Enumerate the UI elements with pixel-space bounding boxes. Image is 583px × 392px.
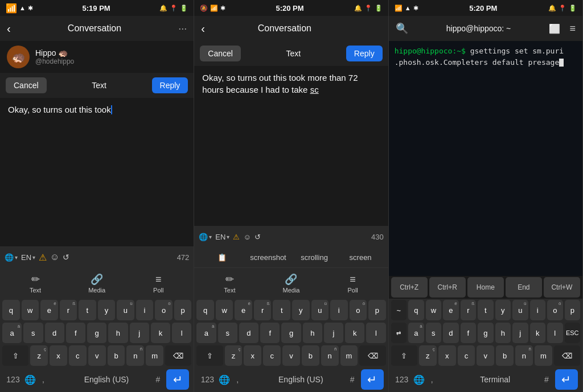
key-n-1[interactable]: nñ	[126, 345, 144, 366]
hash-key-1[interactable]: #	[149, 375, 166, 384]
search-icon-3[interactable]: 🔍	[396, 22, 408, 35]
enter-key-2[interactable]: ↵	[361, 369, 384, 390]
key-l-1[interactable]: l	[172, 323, 191, 343]
key-k-3[interactable]: k	[530, 323, 545, 343]
key-a-2[interactable]: aä	[196, 323, 216, 343]
media-icon-btn-2[interactable]: ↺	[254, 233, 261, 241]
text-button-2[interactable]: Text	[244, 49, 343, 58]
key-z-3[interactable]: zç	[419, 345, 437, 366]
backspace-key-2[interactable]: ⌫	[359, 345, 385, 366]
key-n-2[interactable]: nñ	[321, 345, 339, 366]
key-k-2[interactable]: k	[345, 323, 364, 343]
back-button-1[interactable]: ‹	[7, 22, 11, 35]
esc-key[interactable]: ESC	[565, 323, 580, 343]
home-key[interactable]: Home	[467, 277, 504, 298]
text-button-1[interactable]: Text	[50, 81, 149, 90]
warning-button-2[interactable]: ⚠	[233, 233, 240, 241]
key-c-2[interactable]: c	[263, 345, 281, 366]
key-z-2[interactable]: zç	[225, 345, 243, 366]
ctrl-w-key[interactable]: Ctrl+W	[544, 277, 580, 298]
key-q-3[interactable]: q	[408, 300, 424, 320]
lang-button-2[interactable]: EN ▾	[215, 233, 229, 241]
globe-bottom-3[interactable]: 🌐	[410, 374, 428, 385]
key-e-1[interactable]: eë	[40, 300, 58, 320]
key-x-1[interactable]: x	[50, 345, 67, 366]
key-d-1[interactable]: d	[45, 323, 64, 343]
menu-icon-3[interactable]: ≡	[569, 23, 576, 35]
key-y-1[interactable]: y	[98, 300, 116, 320]
key-o-1[interactable]: oö	[155, 300, 173, 320]
swipe-item-scrolling[interactable]: scrolling	[291, 250, 337, 265]
hash-key-2[interactable]: #	[344, 375, 361, 384]
key-f-2[interactable]: f	[260, 323, 280, 343]
key-r-3[interactable]: rß	[461, 300, 476, 320]
comma-key-1[interactable]: ,	[39, 375, 64, 384]
key-v-1[interactable]: v	[88, 345, 106, 366]
shift-key-3[interactable]: ⇧	[391, 345, 417, 366]
key-g-1[interactable]: g	[87, 323, 106, 343]
key-g-3[interactable]: g	[478, 323, 493, 343]
key-e-3[interactable]: eë	[443, 300, 458, 320]
key-x-2[interactable]: x	[244, 345, 261, 366]
backspace-key-1[interactable]: ⌫	[165, 345, 191, 366]
key-l-3[interactable]: l	[547, 323, 563, 343]
attach-text-2[interactable]: ✏ Text	[199, 273, 260, 294]
key-i-1[interactable]: i	[136, 300, 154, 320]
attach-poll-1[interactable]: ≡ Poll	[128, 274, 189, 294]
key-u-1[interactable]: uü	[117, 300, 134, 320]
warning-button-1[interactable]: ⚠	[39, 252, 47, 263]
globe-bottom-1[interactable]: 🌐	[22, 374, 39, 385]
hash-key-3[interactable]: #	[538, 375, 555, 384]
key-u-3[interactable]: uü	[512, 300, 528, 320]
compose-text-2[interactable]: Okay, so turns out this took more than 7…	[194, 66, 388, 226]
backspace-key-3[interactable]: ⌫	[554, 345, 580, 366]
key-f-1[interactable]: f	[66, 323, 85, 343]
key-a-1[interactable]: aä	[2, 323, 22, 343]
key-m-1[interactable]: m	[146, 345, 163, 366]
key-i-2[interactable]: i	[330, 300, 348, 320]
key-o-2[interactable]: oö	[350, 300, 367, 320]
key-f-3[interactable]: f	[461, 323, 476, 343]
key-w-1[interactable]: w	[22, 300, 39, 320]
key-x-3[interactable]: x	[438, 345, 456, 366]
ctrl-z-key[interactable]: Ctrl+Z	[391, 277, 428, 298]
key-p-3[interactable]: p	[565, 300, 580, 320]
end-key[interactable]: End	[506, 277, 542, 298]
key-s-2[interactable]: s	[218, 323, 237, 343]
key-t-1[interactable]: t	[79, 300, 96, 320]
key-t-3[interactable]: t	[478, 300, 493, 320]
emoji-button-1[interactable]: ☺	[50, 252, 59, 262]
key-r-1[interactable]: rß	[60, 300, 77, 320]
key-q-2[interactable]: q	[196, 300, 214, 320]
key-g-2[interactable]: g	[281, 323, 301, 343]
key-z-1[interactable]: zç	[30, 345, 48, 366]
key-y-3[interactable]: y	[495, 300, 511, 320]
key-b-1[interactable]: b	[108, 345, 125, 366]
key-b-3[interactable]: b	[496, 345, 514, 366]
key-n-3[interactable]: nñ	[515, 345, 533, 366]
attach-text-1[interactable]: ✏ Text	[5, 273, 66, 294]
key-o-3[interactable]: oö	[547, 300, 563, 320]
lang-button-1[interactable]: EN ▾	[21, 253, 35, 262]
ctrl-r-key[interactable]: Ctrl+R	[429, 277, 466, 298]
more-button-1[interactable]: ···	[178, 23, 187, 35]
key-h-2[interactable]: h	[303, 323, 322, 343]
key-q-1[interactable]: q	[2, 300, 20, 320]
swipe-clip-2[interactable]: 📋	[199, 250, 245, 265]
globe-bottom-2[interactable]: 🌐	[216, 374, 233, 385]
comma-key-2[interactable]: ,	[233, 375, 258, 384]
key-y-2[interactable]: y	[292, 300, 310, 320]
key-v-2[interactable]: v	[282, 345, 300, 366]
globe-button-2[interactable]: 🌐 ▾	[199, 233, 212, 241]
key-t-2[interactable]: t	[273, 300, 290, 320]
key-e-2[interactable]: eë	[235, 300, 252, 320]
key-m-2[interactable]: m	[340, 345, 358, 366]
key-j-2[interactable]: j	[324, 323, 343, 343]
compose-text-1[interactable]: Okay, so turns out this took	[0, 98, 194, 246]
enter-key-1[interactable]: ↵	[166, 369, 189, 390]
tab-key[interactable]: ⇄	[391, 323, 407, 343]
num-button-2[interactable]: 123	[199, 375, 216, 384]
terminal-area[interactable]: hippo@hippoco:~$ gsettings set sm.puri .…	[389, 41, 582, 276]
square-icon-3[interactable]: ⬜	[549, 23, 560, 34]
enter-key-3[interactable]: ↵	[555, 369, 578, 390]
